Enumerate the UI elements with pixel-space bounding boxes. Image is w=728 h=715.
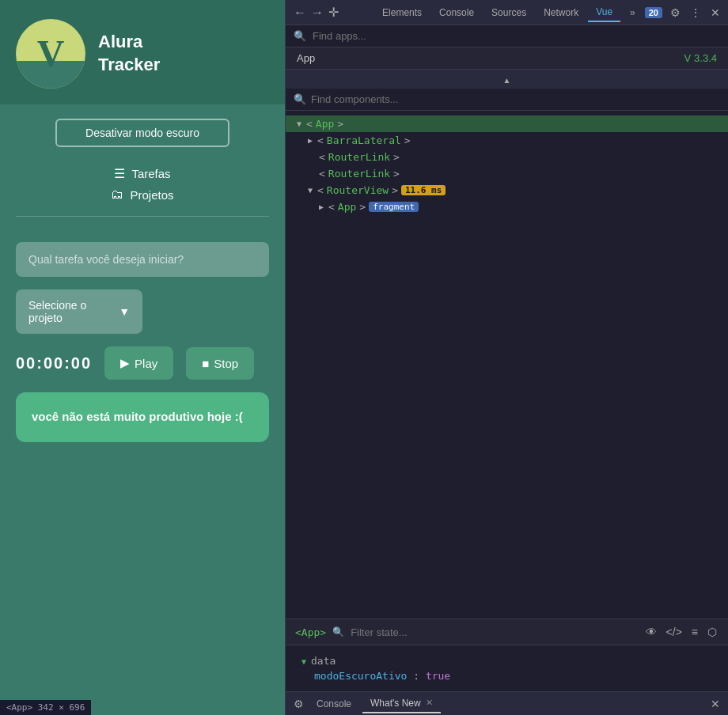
eye-icon[interactable]: 👁 [644, 624, 658, 640]
timer-display: 00:00:00 [16, 354, 92, 373]
find-apps-toolbar: 🔍 [286, 25, 728, 47]
collapse-bar[interactable]: ▲ [286, 70, 728, 89]
play-button[interactable]: ▶ Play [104, 346, 173, 380]
timing-badge: 11.6 ms [401, 185, 446, 195]
tree-arrow-icon: ▶ [319, 202, 324, 211]
find-apps-input[interactable] [313, 30, 720, 42]
close-icon[interactable]: ✕ [709, 5, 722, 21]
tab-console[interactable]: Console [431, 4, 482, 21]
app-row: App V 3.3.4 [286, 47, 728, 70]
filter-state-input[interactable] [351, 626, 637, 638]
tree-item-app-fragment[interactable]: ▶ <App> fragment [286, 199, 728, 215]
state-prop-value: true [426, 670, 450, 682]
app-title: Alura Tracker [98, 31, 160, 76]
tree-item-barralateral[interactable]: ▶ <BarraLateral> [286, 132, 728, 149]
tasks-label: Tarefas [131, 167, 170, 180]
tree-item-routerview[interactable]: ▼ <RouterView> 11.6 ms [286, 182, 728, 199]
search-icon-3: 🔍 [332, 626, 344, 637]
play-icon: ▶ [120, 356, 130, 370]
settings-icon[interactable]: ⚙ [669, 5, 682, 21]
app-tag: <App> 342 × 696 [0, 700, 91, 715]
state-section: ▼ data modoEscuroAtivo : true [301, 655, 712, 682]
tree-arrow-icon: ▼ [308, 186, 313, 195]
devtools-back-icon[interactable]: ← [292, 4, 308, 21]
message-card: você não está muito produtivo hoje :( [16, 392, 269, 442]
component-tree: ▼ <App> ▶ <BarraLateral> <RouterLink> <R… [286, 111, 728, 619]
state-data-label: ▼ data [301, 655, 712, 667]
app-ref: <App> [295, 626, 326, 638]
find-components-input[interactable] [311, 93, 720, 105]
bottom-tab-console-label: Console [317, 698, 351, 709]
vue-version: V 3.3.4 [684, 52, 717, 64]
play-label: Play [135, 357, 157, 370]
timer-row: 00:00:00 ▶ Play ■ Stop [16, 346, 269, 380]
left-panel: V Alura Tracker Desativar modo escuro ☰ … [0, 0, 285, 715]
triangle-icon: ▼ [301, 657, 311, 666]
bottom-icons: ✕ [709, 696, 722, 712]
find-components-toolbar: 🔍 [286, 89, 728, 111]
projects-icon: 🗂 [111, 187, 123, 202]
tab-vue[interactable]: Vue [588, 3, 620, 22]
tree-arrow-icon: ▼ [297, 119, 301, 128]
state-prop-row: modoEscuroAtivo : true [301, 670, 712, 682]
project-select[interactable]: Selecione o projeto ▼ [16, 289, 142, 334]
dark-mode-button[interactable]: Desativar modo escuro [55, 119, 229, 147]
app-header: V Alura Tracker [0, 0, 285, 104]
tree-item-app-root[interactable]: ▼ <App> [286, 115, 728, 132]
devtools-panel: ← → ✛ Elements Console Sources Network V… [285, 0, 728, 715]
app-title-line2: Tracker [98, 55, 160, 74]
bottom-tabs: ⚙ Console What's New ✕ ✕ [286, 691, 728, 715]
stop-label: Stop [214, 357, 238, 370]
state-section-label: data [311, 655, 336, 667]
bottom-settings-icon[interactable]: ⚙ [292, 696, 305, 712]
divider [16, 216, 269, 217]
task-input[interactable] [16, 242, 269, 277]
nav-links: ☰ Tarefas 🗂 Projetos [0, 166, 285, 202]
message-text: você não está muito produtivo hoje :( [32, 410, 243, 423]
chevron-down-icon: ▼ [119, 305, 130, 318]
external-icon[interactable]: ⬡ [706, 624, 719, 640]
devtools-inspect-icon[interactable]: ✛ [327, 3, 340, 21]
devtools-icons: 20 ⚙ ⋮ ✕ [645, 5, 722, 21]
tree-item-routerlink-2[interactable]: <RouterLink> [286, 165, 728, 182]
project-select-label: Selecione o projeto [28, 299, 112, 324]
main-content: Selecione o projeto ▼ 00:00:00 ▶ Play ■ … [0, 223, 285, 469]
app-title-line1: Alura [98, 32, 142, 51]
more-icon[interactable]: ⋮ [688, 5, 703, 21]
logo-circle: V [16, 19, 85, 89]
devtools-forward-icon[interactable]: → [309, 4, 325, 21]
tab-network[interactable]: Network [536, 4, 586, 21]
fragment-badge: fragment [369, 202, 419, 212]
code-icon[interactable]: </> [665, 624, 684, 640]
tree-item-routerlink-1[interactable]: <RouterLink> [286, 149, 728, 165]
vue-logo-icon: V [684, 52, 691, 64]
state-bottom-bar: <App> 🔍 👁 </> ≡ ⬡ [286, 619, 728, 645]
stop-button[interactable]: ■ Stop [186, 347, 254, 380]
search-icon-2: 🔍 [294, 93, 306, 105]
tab-elements[interactable]: Elements [374, 4, 430, 21]
bottom-tab-close-icon[interactable]: ✕ [426, 698, 433, 708]
state-panel: ▼ data modoEscuroAtivo : true [286, 645, 728, 691]
collapse-arrow-icon: ▲ [503, 76, 511, 85]
state-prop-key: modoEscuroAtivo [314, 670, 407, 682]
list-icon[interactable]: ≡ [690, 624, 700, 640]
tab-more[interactable]: » [622, 4, 643, 21]
logo-v-icon: V [37, 35, 65, 73]
projects-label: Projetos [130, 188, 173, 202]
tasks-icon: ☰ [114, 166, 125, 181]
tree-arrow-icon: ▶ [308, 136, 313, 145]
tab-sources[interactable]: Sources [483, 4, 534, 21]
stop-icon: ■ [202, 357, 209, 370]
search-icon: 🔍 [294, 30, 306, 42]
vue-version-number: 3.3.4 [694, 52, 717, 64]
bottom-close-icon[interactable]: ✕ [709, 696, 722, 712]
devtools-tabs: ← → ✛ Elements Console Sources Network V… [286, 0, 728, 25]
app-label: App [297, 52, 315, 64]
nav-tasks[interactable]: ☰ Tarefas [114, 166, 170, 181]
bottom-tab-console[interactable]: Console [309, 695, 359, 713]
bottom-tab-whats-new[interactable]: What's New ✕ [362, 694, 441, 713]
badge-count: 20 [645, 7, 662, 18]
bottom-tab-whats-new-label: What's New [370, 698, 421, 709]
nav-projects[interactable]: 🗂 Projetos [111, 187, 173, 202]
